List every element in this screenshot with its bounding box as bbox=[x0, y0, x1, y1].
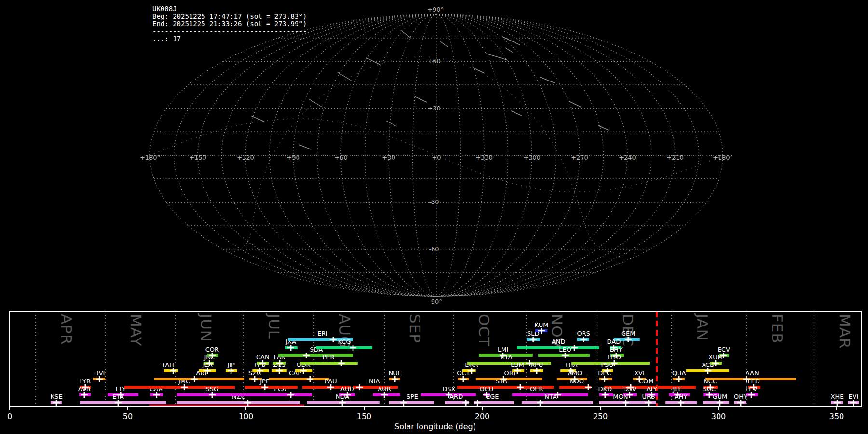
shower-code-label: SCC bbox=[703, 385, 716, 393]
activity-bar bbox=[599, 401, 641, 404]
shower-code-label: OER bbox=[530, 385, 543, 393]
meteor-trail bbox=[540, 77, 555, 83]
meteor-station-summary: +90°-90°+60+30-30-60+180°+150+120+90+60+… bbox=[0, 0, 868, 434]
shower-code-label: KCG bbox=[338, 338, 351, 345]
shower-NUE: NUE bbox=[388, 369, 401, 382]
shower-CAN: CAN bbox=[256, 353, 270, 366]
peak-cross bbox=[601, 376, 608, 382]
shower-AVB: AVB bbox=[78, 385, 91, 398]
shower-TAH: TAH bbox=[161, 361, 178, 374]
peak-cross bbox=[645, 400, 652, 406]
month-label-JUL: JUL bbox=[265, 313, 283, 339]
separator-line: -------------------------------------- bbox=[152, 27, 307, 35]
shower-code-label: JLE bbox=[673, 385, 682, 393]
meteor-trail bbox=[486, 54, 507, 60]
shower-code-label: GEM bbox=[621, 330, 636, 337]
activity-bar bbox=[316, 346, 372, 349]
sky-map: +90°-90°+60+30-30-60+180°+150+120+90+60+… bbox=[140, 6, 733, 305]
lat-label: -60 bbox=[429, 245, 439, 253]
peak-cross bbox=[276, 368, 283, 374]
shower-URS: URS bbox=[641, 393, 656, 406]
shower-code-label: NTA bbox=[544, 393, 557, 400]
shower-code-label: FEV bbox=[746, 385, 758, 393]
month-label-MAY: MAY bbox=[127, 314, 145, 346]
shower-code-label: LUM bbox=[511, 361, 524, 368]
shower-code-label: DSV bbox=[623, 385, 636, 393]
activity-bar bbox=[269, 378, 329, 380]
x-tick-label: 50 bbox=[123, 412, 133, 421]
lat-label: -30 bbox=[429, 198, 439, 205]
shower-code-label: NDA bbox=[336, 393, 350, 400]
peak-cross bbox=[748, 392, 755, 398]
peak-cross bbox=[81, 392, 88, 398]
shower-code-label: PSU bbox=[601, 361, 613, 368]
peak-cross bbox=[705, 368, 711, 374]
shower-code-label: AHY bbox=[675, 393, 688, 400]
peak-cross bbox=[261, 384, 268, 390]
peak-cross bbox=[53, 400, 60, 406]
peak-cross bbox=[400, 400, 407, 406]
x-tick-label: 150 bbox=[357, 412, 372, 421]
meteor-trail bbox=[473, 68, 485, 73]
peak-cross bbox=[96, 376, 103, 382]
meteor-trail bbox=[505, 48, 513, 53]
lon-label: +240 bbox=[619, 154, 636, 161]
shower-XHE: XHE bbox=[831, 393, 844, 406]
shower-XUM: XUM bbox=[708, 353, 723, 366]
lon-label: +300 bbox=[523, 154, 541, 161]
peak-cross bbox=[834, 400, 841, 406]
activity-bar bbox=[154, 378, 244, 380]
x-tick-label: 350 bbox=[829, 412, 844, 421]
shower-code-label: PAU bbox=[325, 378, 337, 385]
lon-label: +60 bbox=[334, 154, 347, 161]
peak-cross bbox=[115, 400, 122, 406]
shower-code-label: NIA bbox=[369, 378, 380, 385]
peak-cross bbox=[562, 353, 569, 358]
lon-label: +0 bbox=[432, 154, 441, 161]
shower-code-label: LMI bbox=[498, 346, 508, 353]
shower-KSE: KSE bbox=[51, 393, 63, 406]
peak-cross bbox=[623, 400, 629, 406]
lon-label: +180° bbox=[140, 154, 160, 161]
activity-bar bbox=[703, 401, 729, 404]
peak-cross bbox=[287, 392, 294, 398]
x-tick-label: 0 bbox=[7, 412, 12, 421]
shower-code-label: NUE bbox=[388, 369, 401, 377]
peak-cross bbox=[287, 345, 294, 351]
activity-bar bbox=[517, 346, 599, 349]
peak-cross bbox=[717, 400, 723, 406]
month-label-MAR: MAR bbox=[836, 314, 854, 349]
shower-RPU: RPU bbox=[530, 361, 543, 374]
x-axis-title: Solar longitude (deg) bbox=[394, 422, 476, 431]
month-label-JAN: JAN bbox=[694, 313, 711, 341]
lon-label: +270 bbox=[571, 154, 588, 161]
shower-code-label: RPU bbox=[530, 361, 543, 368]
peak-cross bbox=[676, 376, 682, 382]
peak-cross bbox=[517, 384, 524, 390]
shower-code-label: ORS bbox=[577, 330, 590, 337]
month-label-FEB: FEB bbox=[769, 314, 786, 344]
header-block: UK008J Beg: 20251225 17:47:17 (sol = 273… bbox=[152, 5, 307, 43]
shower-code-label: TAH bbox=[161, 361, 174, 368]
shower-HVI: HVI bbox=[93, 369, 105, 382]
shower-code-label: XVI bbox=[634, 369, 645, 377]
shower-code-label: GUM bbox=[712, 393, 727, 400]
shower-DKD: DKD bbox=[598, 385, 613, 398]
lat-label: +60 bbox=[427, 57, 440, 65]
activity-bar bbox=[245, 386, 298, 389]
peak-cross bbox=[602, 392, 609, 398]
shower-code-label: COR bbox=[205, 346, 219, 353]
shower-code-label: FED bbox=[747, 378, 760, 385]
shower-code-label: HVI bbox=[94, 369, 105, 377]
peak-cross bbox=[330, 337, 337, 342]
meteor-trail bbox=[598, 125, 609, 130]
shower-NDA: NDA bbox=[307, 393, 380, 406]
shower-code-label: DSX bbox=[442, 385, 455, 393]
shower-code-label: EHY bbox=[610, 346, 623, 353]
peak-cross bbox=[462, 400, 469, 406]
end-time-line: End: 20251225 21:33:26 (sol = 273.99°) bbox=[152, 20, 307, 27]
shower-code-label: KUM bbox=[535, 321, 549, 328]
shower-KUM: KUM bbox=[535, 321, 549, 334]
shower-code-label: SPE bbox=[407, 393, 418, 400]
shower-code-label: EVI bbox=[848, 393, 858, 400]
